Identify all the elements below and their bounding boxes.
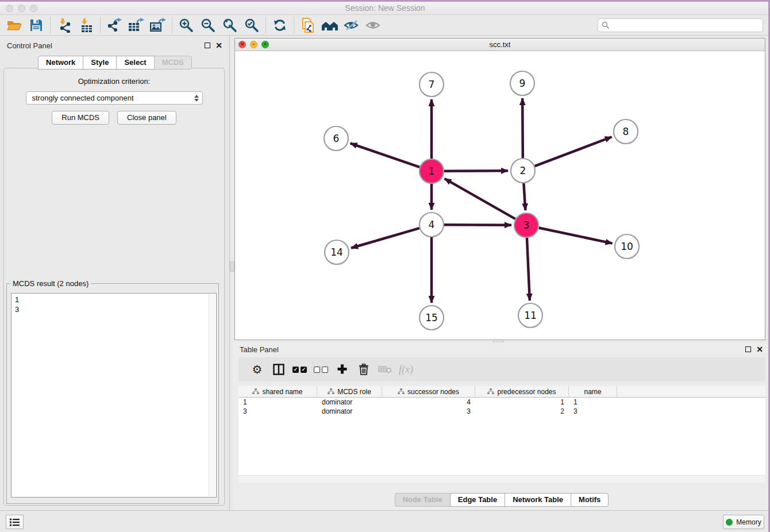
select-all-icon[interactable]: ✓✓ — [289, 360, 310, 379]
show-all-icon[interactable] — [363, 17, 384, 34]
column-header-MCDS-role[interactable]: MCDS role — [317, 386, 382, 397]
run-mcds-button[interactable]: Run MCDS — [52, 111, 109, 125]
zoom-out-icon[interactable] — [197, 17, 219, 34]
float-table-panel-icon[interactable] — [745, 346, 751, 352]
edge-3-10[interactable] — [539, 228, 613, 244]
tab-node-table[interactable]: Node Table — [395, 493, 451, 507]
edge-2-3[interactable] — [523, 183, 525, 210]
node-label-11: 11 — [524, 310, 537, 321]
table-options-icon[interactable]: ⚙ — [247, 360, 268, 379]
task-history-button[interactable] — [6, 515, 24, 529]
node-label-9: 9 — [519, 78, 526, 89]
close-panel-button[interactable]: Close panel — [117, 111, 176, 125]
table-panel: Table Panel ✕ ⚙ ✓✓ ✚ — [233, 342, 770, 510]
mcds-result-area[interactable]: 1 3 — [11, 293, 217, 498]
cell-predecessor-nodes[interactable]: 1 — [475, 398, 569, 406]
duplicate-network-icon[interactable] — [297, 17, 319, 34]
table-horizontal-scrollbar[interactable] — [238, 475, 765, 483]
export-image-icon[interactable] — [147, 17, 169, 34]
column-header-successor-nodes[interactable]: successor nodes — [382, 386, 475, 397]
cell-shared-name[interactable]: 3 — [238, 407, 317, 415]
zoom-in-icon[interactable] — [175, 17, 197, 34]
search-input[interactable] — [610, 20, 763, 31]
import-table-icon[interactable] — [75, 17, 97, 34]
node-table: shared nameMCDS rolesuccessor nodesprede… — [238, 386, 765, 483]
memory-button[interactable]: Memory — [723, 515, 764, 529]
main-toolbar — [0, 16, 770, 36]
cell-MCDS-role[interactable]: dominator — [317, 398, 382, 406]
cell-shared-name[interactable]: 1 — [238, 398, 317, 406]
column-type-icon — [252, 388, 259, 395]
table-row[interactable]: 1dominator411 — [238, 398, 765, 407]
cell-successor-nodes[interactable]: 3 — [382, 407, 475, 415]
control-panel-title: Control Panel — [7, 41, 205, 50]
criterion-select[interactable]: strongly connected component — [26, 91, 203, 105]
tab-mcds[interactable]: MCDS — [154, 56, 192, 70]
search-field[interactable] — [598, 18, 763, 32]
tab-edge-table[interactable]: Edge Table — [450, 493, 505, 507]
tab-motifs[interactable]: Motifs — [571, 493, 609, 507]
show-columns-icon[interactable] — [268, 360, 289, 379]
delete-table-icon[interactable] — [374, 360, 395, 379]
cell-MCDS-role[interactable]: dominator — [317, 407, 382, 415]
edge-4-3[interactable] — [444, 225, 511, 225]
edge-1-2[interactable] — [444, 171, 508, 171]
zoom-selected-icon[interactable] — [241, 17, 263, 34]
control-panel: Control Panel ✕ NetworkStyleSelectMCDS O… — [0, 36, 230, 510]
export-network-icon[interactable] — [103, 17, 125, 34]
result-scrollbar[interactable] — [209, 294, 215, 496]
cell-name[interactable]: 3 — [569, 407, 617, 415]
table-tabs: Node TableEdge TableNetwork TableMotifs — [233, 493, 770, 507]
network-window-title: scc.txt — [235, 40, 765, 49]
tab-select[interactable]: Select — [116, 56, 154, 70]
column-header-label: successor nodes — [407, 388, 459, 396]
table-row[interactable]: 3dominator323 — [238, 407, 765, 416]
tab-style[interactable]: Style — [83, 56, 117, 70]
column-header-predecessor-nodes[interactable]: predecessor nodes — [475, 386, 569, 397]
table-header-row: shared nameMCDS rolesuccessor nodesprede… — [238, 386, 765, 398]
cell-predecessor-nodes[interactable]: 2 — [475, 407, 569, 415]
zoom-fit-icon[interactable] — [219, 17, 241, 34]
toolbar-separator — [50, 17, 51, 33]
delete-column-icon[interactable] — [353, 360, 374, 379]
search-icon — [602, 21, 610, 29]
save-session-icon[interactable] — [25, 17, 47, 34]
first-neighbors-icon[interactable] — [319, 17, 341, 34]
cell-name[interactable]: 1 — [569, 398, 617, 406]
tab-network-table[interactable]: Network Table — [505, 493, 571, 507]
edge-2-9[interactable] — [522, 98, 523, 158]
import-network-icon[interactable] — [53, 17, 75, 34]
add-column-icon[interactable]: ✚ — [332, 360, 353, 379]
edge-3-11[interactable] — [527, 238, 530, 300]
network-view-window: ✕ − + scc.txt 7968124314101511 — [234, 38, 765, 340]
edge-2-8[interactable] — [535, 137, 612, 166]
toolbar-separator — [294, 17, 294, 33]
node-label-6: 6 — [333, 133, 340, 144]
tab-network[interactable]: Network — [38, 56, 83, 70]
app-title: Session: New Session — [0, 3, 770, 13]
network-window-titlebar[interactable]: ✕ − + scc.txt — [235, 38, 765, 51]
export-table-icon[interactable] — [125, 17, 147, 34]
mcds-result-group: MCDS result (2 nodes) 1 3 — [6, 283, 219, 504]
network-canvas[interactable]: 7968124314101511 — [235, 51, 765, 340]
function-builder-icon[interactable]: f(x) — [395, 360, 417, 379]
vertical-splitter-handle[interactable] — [230, 261, 234, 272]
window-edge-accent-top — [0, 0, 770, 2]
deselect-all-icon[interactable] — [310, 360, 332, 379]
edge-3-1[interactable] — [445, 179, 515, 219]
status-bar: Memory — [0, 510, 770, 532]
edge-4-14[interactable] — [351, 228, 419, 248]
column-header-name[interactable]: name — [569, 386, 617, 397]
float-panel-icon[interactable] — [205, 43, 210, 48]
node-label-8: 8 — [623, 126, 629, 137]
cell-successor-nodes[interactable]: 4 — [382, 398, 475, 406]
close-table-panel-icon[interactable]: ✕ — [756, 346, 763, 352]
close-panel-icon[interactable]: ✕ — [215, 43, 222, 48]
open-file-icon[interactable] — [3, 17, 25, 34]
memory-status-icon — [726, 519, 733, 526]
hide-selected-icon[interactable] — [341, 17, 363, 34]
column-header-shared-name[interactable]: shared name — [238, 386, 317, 397]
column-type-icon — [328, 388, 334, 395]
edge-1-6[interactable] — [351, 143, 420, 167]
refresh-icon[interactable] — [269, 17, 291, 34]
